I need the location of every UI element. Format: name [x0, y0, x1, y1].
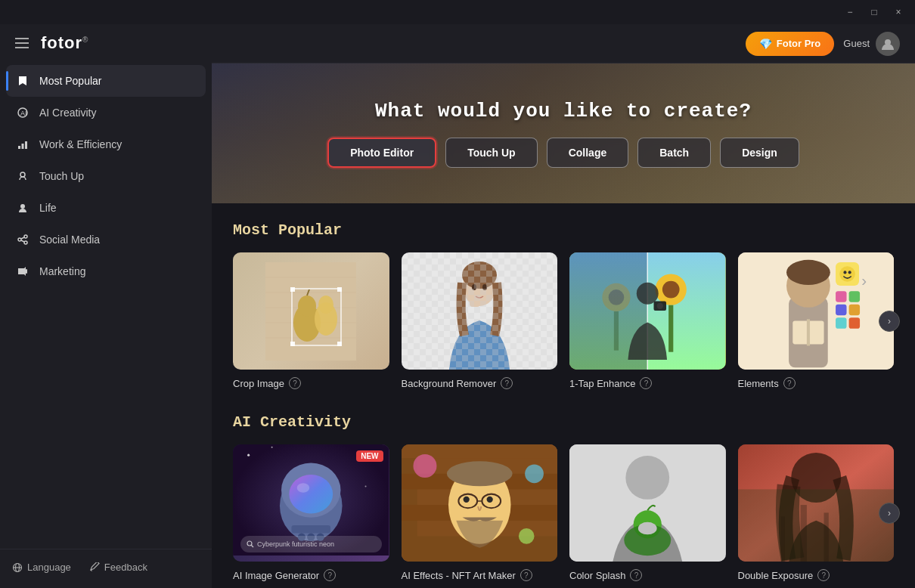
- sidebar-item-label: Life: [39, 202, 57, 214]
- svg-point-99: [525, 464, 544, 483]
- svg-rect-12: [26, 269, 27, 274]
- minimize-button[interactable]: −: [839, 5, 861, 20]
- card-crop-image[interactable]: Crop Image ?: [233, 252, 389, 389]
- search-bar-mini[interactable]: Cyberpunk futuristic neon: [240, 536, 382, 552]
- svg-point-9: [24, 241, 27, 244]
- card-elements[interactable]: › Elements ?: [738, 252, 895, 389]
- card-color-splash[interactable]: Color Splash ?: [569, 444, 726, 581]
- hero-btn-touch-up[interactable]: Touch Up: [445, 138, 538, 168]
- help-icon-bg-remover: ?: [501, 377, 513, 389]
- svg-point-69: [247, 454, 250, 456]
- svg-rect-64: [848, 305, 859, 315]
- svg-point-8: [24, 235, 27, 238]
- marketing-icon: [15, 264, 30, 279]
- svg-point-73: [364, 485, 366, 487]
- maximize-button[interactable]: □: [864, 5, 885, 20]
- svg-rect-30: [290, 287, 295, 292]
- hero-btn-batch[interactable]: Batch: [637, 138, 711, 168]
- card-image-color-splash: [569, 444, 726, 562]
- sidebar-item-life[interactable]: Life: [6, 192, 206, 224]
- svg-point-98: [413, 454, 436, 478]
- svg-line-16: [91, 570, 92, 571]
- elements-illustration: ›: [738, 252, 895, 370]
- touchup-icon: [15, 169, 30, 184]
- help-icon-double-exposure: ?: [817, 569, 830, 581]
- hero-banner: What would you like to create? Photo Edi…: [212, 63, 915, 203]
- nft-bg: [402, 444, 558, 562]
- svg-point-28: [318, 296, 333, 314]
- svg-point-25: [298, 296, 316, 317]
- sidebar-item-label: Most Popular: [39, 75, 101, 87]
- svg-point-60: [848, 271, 851, 274]
- svg-rect-2: [18, 146, 20, 149]
- hamburger-icon[interactable]: [12, 35, 32, 51]
- nft-illustration: [402, 444, 558, 562]
- svg-rect-33: [337, 342, 342, 346]
- search-mini-text: Cyberpunk futuristic neon: [257, 540, 334, 548]
- svg-rect-56: [806, 319, 809, 345]
- card-image-nft: [402, 444, 558, 562]
- checkerboard: [402, 252, 558, 370]
- svg-point-100: [518, 528, 534, 544]
- card-image-crop: [233, 252, 389, 370]
- help-icon-crop: ?: [289, 377, 301, 389]
- sidebar-item-social-media[interactable]: Social Media: [6, 224, 206, 255]
- ai-icon: AI: [15, 105, 30, 120]
- svg-point-92: [446, 461, 512, 486]
- double-exposure-bg: [738, 444, 895, 562]
- svg-line-83: [252, 546, 254, 548]
- elements-bg: ›: [738, 252, 895, 370]
- svg-point-50: [657, 303, 663, 309]
- hero-btn-design[interactable]: Design: [720, 138, 799, 168]
- close-button[interactable]: ×: [888, 5, 909, 20]
- card-ai-image-generator[interactable]: NEW: [233, 444, 389, 581]
- new-badge: NEW: [356, 450, 383, 462]
- card-image-bg-remover: [402, 252, 558, 370]
- ai-creativity-grid: NEW: [233, 444, 894, 581]
- scroll-right-arrow[interactable]: ›: [879, 311, 900, 332]
- sidebar-item-label: AI Creativity: [39, 107, 96, 119]
- svg-rect-66: [848, 317, 859, 328]
- hero-btn-photo-editor[interactable]: Photo Editor: [327, 138, 436, 168]
- svg-point-76: [289, 475, 333, 514]
- life-icon: [15, 200, 30, 215]
- card-ai-effects-nft[interactable]: AI Effects - NFT Art Maker ?: [402, 444, 558, 581]
- sidebar-item-ai-creativity[interactable]: AI AI Creativity: [6, 97, 206, 128]
- most-popular-title: Most Popular: [233, 221, 894, 239]
- color-splash-illustration: [569, 444, 726, 562]
- language-label: Language: [27, 562, 71, 573]
- sidebar-item-work-efficiency[interactable]: Work & Efficiency: [6, 128, 206, 160]
- sidebar-item-marketing[interactable]: Marketing: [6, 255, 206, 287]
- hero-title: What would you like to create?: [375, 100, 752, 122]
- sidebar-item-most-popular[interactable]: Most Popular: [6, 65, 206, 97]
- hero-btn-collage[interactable]: Collage: [547, 138, 629, 168]
- right-side: 💎 Fotor Pro Guest What would you like to…: [212, 24, 915, 588]
- svg-point-58: [839, 266, 855, 282]
- svg-point-96: [463, 497, 469, 503]
- svg-point-5: [20, 172, 25, 177]
- help-icon-nft: ?: [520, 569, 532, 581]
- ai-creativity-title: AI Creativity: [233, 413, 894, 431]
- language-button[interactable]: Language: [12, 562, 71, 573]
- card-label-color-splash: Color Splash ?: [569, 569, 726, 581]
- help-icon-ai-generator: ?: [324, 569, 336, 581]
- svg-rect-65: [836, 317, 846, 328]
- top-header: 💎 Fotor Pro Guest: [212, 24, 915, 63]
- svg-point-97: [486, 497, 492, 503]
- svg-rect-111: [780, 517, 784, 562]
- pro-button[interactable]: 💎 Fotor Pro: [746, 32, 835, 56]
- sidebar-item-label: Marketing: [39, 265, 85, 277]
- feedback-button[interactable]: Feedback: [89, 562, 147, 573]
- user-area[interactable]: Guest: [843, 32, 900, 56]
- bookmark-icon: [15, 73, 30, 88]
- pear-illustration: [265, 262, 356, 361]
- svg-rect-3: [22, 144, 24, 149]
- card-background-remover[interactable]: Background Remover ?: [402, 252, 558, 389]
- card-double-exposure[interactable]: Double Exposure ?: [738, 444, 895, 581]
- color-splash-bg: [569, 444, 726, 562]
- card-label-bg-remover: Background Remover ?: [402, 377, 558, 389]
- card-1tap-enhance[interactable]: 1-Tap Enhance ?: [569, 252, 726, 389]
- sidebar-item-touch-up[interactable]: Touch Up: [6, 160, 206, 192]
- scroll-right-arrow-ai[interactable]: ›: [879, 503, 900, 524]
- svg-point-59: [843, 271, 846, 274]
